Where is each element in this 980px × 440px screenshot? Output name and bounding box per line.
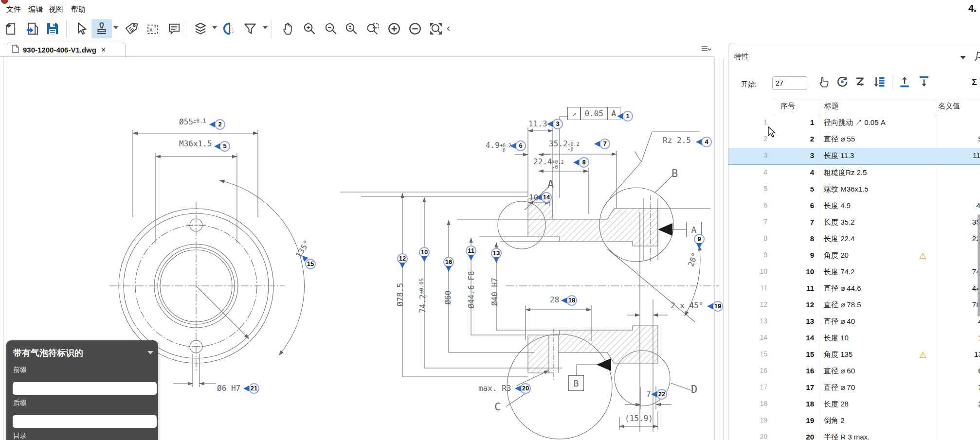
balloon-number: 14	[541, 192, 552, 203]
z-order-button[interactable]	[852, 72, 870, 91]
table-row[interactable]: 1515角度 135⚠135	[728, 347, 980, 363]
table-row[interactable]: 88长度 22.422.4	[728, 231, 980, 247]
table-row[interactable]: 22直径 ⌀ 5555	[728, 131, 980, 148]
dimension-value: M36x1.5	[179, 139, 212, 148]
row-number: 18	[775, 400, 814, 408]
balloon-marker[interactable]: 16	[443, 257, 454, 267]
table-header: 序号 标题 名义值	[773, 98, 980, 115]
touch-select-button[interactable]	[815, 72, 833, 91]
dimension-value: Ø55	[179, 117, 193, 126]
bubble-panel-collapse-caret[interactable]	[147, 351, 153, 354]
table-row[interactable]: 1010长度 74.274.2	[728, 264, 980, 281]
dimension-text: 74.2±0.05	[418, 278, 427, 313]
balloon-marker[interactable]: 7	[599, 139, 610, 149]
row-index: 3	[728, 151, 767, 159]
table-row[interactable]: 1212直径 ⌀ 78.578.5	[728, 297, 980, 314]
table-row[interactable]: 55螺纹 M36x1.5	[728, 181, 980, 198]
balloon-marker[interactable]: 8	[579, 157, 589, 168]
balloon-marker[interactable]: 19	[712, 301, 723, 312]
row-index: 19	[728, 416, 767, 424]
row-title: 直径 ⌀ 78.5	[824, 300, 861, 310]
balloon-marker[interactable]: 11	[466, 246, 476, 256]
table-row[interactable]: 1818长度 2828	[728, 396, 980, 413]
column-header-nominal[interactable]: 名义值	[938, 102, 960, 111]
column-header-index[interactable]: 序号	[780, 102, 795, 111]
balloon-arrow-icon	[573, 159, 579, 165]
table-row[interactable]: 77长度 35.235.2	[728, 214, 980, 231]
row-number: 13	[775, 317, 814, 325]
dimension-text: Rz 2.5	[663, 136, 691, 145]
row-index: 16	[728, 367, 767, 374]
balloon-arrow-icon	[243, 386, 249, 391]
row-number: 10	[775, 267, 814, 276]
row-nominal-value: 40	[930, 317, 980, 325]
prefix-input[interactable]	[13, 382, 157, 395]
fcf-cell: ↗	[567, 107, 581, 120]
balloon-marker[interactable]: 3	[552, 119, 563, 129]
balloon-marker[interactable]: 2	[215, 119, 225, 130]
move-down-button[interactable]	[915, 72, 933, 91]
balloon-marker[interactable]: 22	[656, 389, 667, 400]
row-number: 15	[775, 350, 814, 358]
balloon-marker[interactable]: 15	[305, 259, 316, 269]
balloon-marker[interactable]: 18	[566, 295, 577, 306]
row-title: 角度 135	[824, 350, 853, 359]
table-row[interactable]: 2020半径 R 3 max.	[728, 429, 980, 440]
balloon-marker[interactable]: 21	[249, 383, 259, 394]
table-row[interactable]: 1717直径 ⌀ 7070	[728, 380, 980, 396]
dimension-text: Ø55±0.1	[179, 117, 206, 126]
table-row[interactable]: 33长度 11.311.3	[728, 148, 980, 165]
balloon-marker[interactable]: 14	[541, 192, 552, 203]
balloon-marker[interactable]: 10	[419, 247, 430, 258]
row-number: 2	[775, 135, 814, 143]
column-header-title[interactable]: 标题	[824, 102, 839, 111]
row-title: 直径 ⌀ 70	[824, 383, 855, 392]
dimension-tolerance: ±0.1	[193, 118, 206, 124]
pin-icon[interactable]	[973, 51, 980, 64]
balloon-number: 7	[599, 139, 610, 149]
row-index: 5	[728, 185, 767, 193]
balloon-marker[interactable]: 6	[515, 141, 526, 151]
start-number-input[interactable]	[772, 76, 807, 90]
balloon-marker[interactable]: 5	[219, 141, 230, 152]
table-row[interactable]: 66长度 4.94.9	[728, 198, 980, 214]
table-row[interactable]: 44粗糙度Rz 2.5	[728, 165, 980, 181]
balloon-arrow-icon	[493, 257, 499, 263]
balloon-arrow-icon	[696, 243, 702, 249]
suffix-input[interactable]	[13, 415, 157, 428]
balloon-marker[interactable]: 9	[694, 234, 705, 245]
table-row[interactable]: 99角度 20⚠20	[728, 247, 980, 264]
properties-panel-caret[interactable]	[960, 56, 966, 59]
table-row[interactable]: 1313直径 ⌀ 4040	[728, 314, 980, 330]
sum-icon[interactable]: Σ	[972, 77, 977, 88]
balloon-marker[interactable]: 1	[622, 111, 633, 122]
balloon-marker[interactable]: 20	[520, 383, 531, 394]
bubble-panel-title: 带有气泡符标识的	[13, 347, 83, 359]
table-row[interactable]: 11径向跳动 ↗ 0.05 A	[728, 115, 980, 131]
table-row[interactable]: 1616直径 ⌀ 6060	[728, 363, 980, 380]
row-title: 粗糙度Rz 2.5	[824, 168, 867, 177]
balloon-marker[interactable]: 4	[701, 137, 712, 147]
table-row[interactable]: 1414长度 1010	[728, 330, 980, 347]
balloon-number: 1	[622, 111, 633, 122]
balloon-arrow-icon	[707, 303, 713, 309]
dimension-tolerance: ±0.05	[418, 278, 425, 294]
row-number: 1	[775, 118, 814, 126]
properties-panel: 特性 开始: Σ 序号 标题 名义值 11径向跳动 ↗ 0.05 A22直径 ⌀…	[728, 43, 980, 440]
balloon-arrow-icon	[209, 122, 215, 127]
move-up-button[interactable]	[896, 72, 913, 91]
balloon-arrow-icon	[446, 266, 452, 272]
row-title: 直径 ⌀ 44.6	[824, 284, 861, 293]
balloon-marker[interactable]: 13	[491, 248, 502, 259]
table-row[interactable]: 1111直径 ⌀ 44.644.6	[728, 281, 980, 297]
row-title: 长度 4.9	[824, 201, 851, 211]
balloon-marker[interactable]: 12	[397, 253, 408, 264]
row-title: 直径 ⌀ 55	[824, 135, 855, 144]
rotate-button[interactable]	[834, 72, 851, 91]
directory-label: 目录	[13, 432, 27, 440]
table-scrollbar-thumb[interactable]	[978, 214, 980, 317]
table-row[interactable]: 1919倒角 22	[728, 413, 980, 429]
row-number: 19	[775, 416, 814, 424]
dimension-tolerance: +0.2-0	[552, 160, 564, 170]
renumber-button[interactable]	[871, 72, 888, 91]
